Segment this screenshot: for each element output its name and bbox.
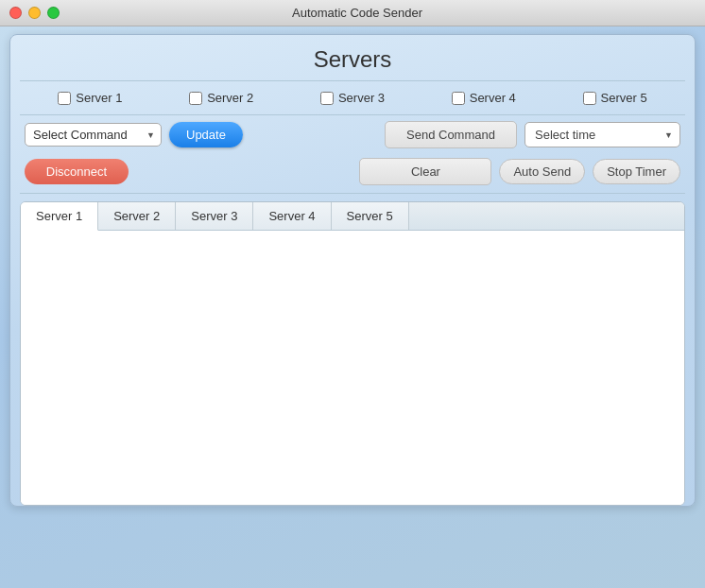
select-command-wrapper[interactable]: Select Command (25, 123, 162, 147)
server-5-label: Server 5 (601, 91, 647, 105)
tab-server-1[interactable]: Server 1 (21, 202, 98, 231)
server-5-checkbox[interactable] (583, 92, 596, 105)
server-5-check[interactable]: Server 5 (583, 91, 647, 105)
tab-server-4[interactable]: Server 4 (253, 202, 331, 230)
disconnect-button[interactable]: Disconnect (25, 159, 129, 184)
app-title: Automatic Code Sender (66, 6, 648, 20)
tabs-section: Server 1 Server 2 Server 3 Server 4 Serv… (20, 201, 685, 506)
title-bar: Automatic Code Sender (0, 0, 705, 26)
servers-row: Server 1 Server 2 Server 3 Server 4 Serv… (10, 81, 695, 114)
controls-row-2: Disconnect Clear Auto Send Stop Timer (10, 154, 695, 193)
maximize-button[interactable] (47, 7, 60, 19)
select-command-dropdown[interactable]: Select Command (25, 123, 162, 147)
server-2-checkbox[interactable] (189, 92, 202, 105)
server-1-label: Server 1 (76, 91, 122, 105)
main-window: Servers Server 1 Server 2 Server 3 Serve… (9, 34, 696, 507)
server-2-check[interactable]: Server 2 (189, 91, 253, 105)
select-time-wrapper[interactable]: Select time (524, 122, 680, 147)
tab-server-5[interactable]: Server 5 (332, 202, 409, 230)
close-button[interactable] (9, 7, 22, 19)
server-3-check[interactable]: Server 3 (320, 91, 385, 105)
page-title: Servers (10, 35, 695, 80)
controls-row-1: Select Command Update Send Command Selec… (10, 115, 695, 154)
divider-bottom (20, 193, 685, 194)
tab-server-2[interactable]: Server 2 (98, 202, 176, 230)
server-3-checkbox[interactable] (320, 92, 334, 105)
server-2-label: Server 2 (207, 91, 253, 105)
server-4-check[interactable]: Server 4 (452, 91, 516, 105)
server-3-label: Server 3 (338, 91, 385, 105)
auto-send-button[interactable]: Auto Send (499, 159, 585, 184)
tabs-header: Server 1 Server 2 Server 3 Server 4 Serv… (21, 202, 684, 231)
minimize-button[interactable] (28, 7, 41, 19)
clear-button[interactable]: Clear (359, 158, 491, 185)
tab-server-3[interactable]: Server 3 (176, 202, 253, 230)
server-1-check[interactable]: Server 1 (58, 91, 122, 105)
server-4-checkbox[interactable] (452, 92, 465, 105)
server-4-label: Server 4 (470, 91, 516, 105)
server-1-checkbox[interactable] (58, 92, 71, 105)
tab-content (21, 231, 684, 505)
stop-timer-button[interactable]: Stop Timer (593, 159, 680, 184)
send-command-button[interactable]: Send Command (385, 121, 517, 148)
update-button[interactable]: Update (169, 122, 243, 147)
select-time-dropdown[interactable]: Select time (524, 122, 680, 147)
